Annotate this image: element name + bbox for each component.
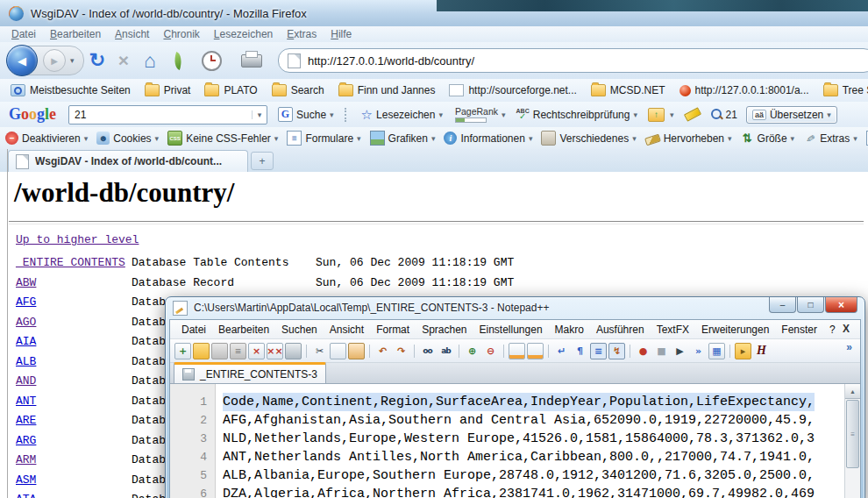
google-bookmarks-button[interactable]: ☆ Lesezeichen ▾: [361, 107, 443, 123]
toolbar-separator[interactable]: [369, 345, 370, 358]
indent-guide-icon[interactable]: ≡: [590, 343, 607, 359]
toolbar-separator[interactable]: [630, 345, 630, 358]
word-find-magnifier-icon[interactable]: [711, 109, 722, 120]
npp-menu-item[interactable]: Ausführen: [590, 323, 651, 337]
menu-item[interactable]: Extras: [281, 27, 323, 41]
close-all-icon[interactable]: ××: [267, 343, 283, 359]
bookmark-item[interactable]: Privat: [139, 82, 196, 98]
zoom-out-icon[interactable]: ⊖: [482, 343, 499, 359]
google-search-button[interactable]: G Suche ▾: [278, 107, 334, 122]
dropdown-icon[interactable]: ▾: [502, 110, 506, 119]
restore-button[interactable]: □: [797, 297, 824, 313]
entry-link[interactable]: AGO: [16, 316, 36, 329]
paste-icon[interactable]: [348, 343, 365, 359]
google-search-value[interactable]: 21: [69, 109, 252, 121]
bookmark-item[interactable]: Finn und Jannes: [333, 82, 441, 98]
toolbar-separator[interactable]: [548, 345, 549, 358]
stop-button[interactable]: ×: [110, 47, 137, 74]
npp-menu-item[interactable]: Bearbeiten: [212, 323, 275, 337]
show-all-characters-icon[interactable]: ¶: [572, 343, 588, 359]
search-history-dropdown-icon[interactable]: ▾: [252, 110, 267, 119]
redo-icon[interactable]: ↷: [393, 343, 409, 359]
entry-link[interactable]: AIA: [16, 335, 36, 348]
menu-item[interactable]: Lesezeichen: [208, 27, 279, 41]
scrollbar-thumb[interactable]: ≡: [846, 400, 859, 468]
forward-button[interactable]: ▶: [43, 49, 66, 72]
npp-menu-close-icon[interactable]: X: [843, 323, 853, 335]
url-bar[interactable]: http://127.0.0.1/world-db/country/: [278, 48, 868, 73]
entry-link[interactable]: ASM: [16, 473, 36, 487]
toolbar-separator[interactable]: [306, 345, 307, 358]
toolbar-separator[interactable]: [414, 345, 415, 358]
bookmark-item[interactable]: MCSD.NET: [586, 82, 671, 98]
new-tab-button[interactable]: +: [251, 152, 274, 170]
toolbar-overflow-chevron-icon[interactable]: »: [846, 341, 855, 353]
spellcheck-button[interactable]: Rechtschreibprüfung ▾: [533, 109, 637, 121]
vertical-scrollbar[interactable]: ▲ ≡: [844, 384, 860, 498]
npp-menu-item[interactable]: Fenster: [775, 323, 823, 337]
entry-link[interactable]: ABW: [16, 276, 36, 289]
menu-item[interactable]: Chronik: [157, 27, 205, 41]
toolbar-separator[interactable]: [503, 345, 504, 358]
close-file-icon[interactable]: ×: [248, 343, 265, 359]
menu-item[interactable]: Bearbeiten: [44, 27, 107, 41]
entry-link[interactable]: AFG: [16, 295, 36, 309]
highlighter-icon[interactable]: [683, 107, 701, 121]
textfx-h-icon[interactable]: H: [753, 343, 770, 359]
menu-item[interactable]: Ansicht: [109, 27, 155, 41]
notepad-plus-plus-window[interactable]: C:\Users\Martin\AppData\Local\Temp\_ENTI…: [165, 296, 865, 498]
reload-button[interactable]: ↻: [84, 47, 110, 74]
zoom-in-icon[interactable]: ⊕: [464, 343, 480, 359]
webdev-menu-item[interactable]: Keine CSS-Fehler ▾: [167, 131, 278, 146]
send-to-icon[interactable]: ↑: [648, 108, 665, 122]
menu-item[interactable]: Datei: [5, 27, 42, 41]
scroll-up-arrow-icon[interactable]: ▲: [845, 384, 860, 399]
sync-horizontal-icon[interactable]: [527, 343, 544, 359]
bookmark-item[interactable]: Meistbesuchte Seiten: [5, 82, 136, 98]
npp-editor[interactable]: 123456 Code,Name,Continent,Region,Surfac…: [170, 383, 860, 498]
sync-vertical-icon[interactable]: [509, 343, 525, 359]
entry-link[interactable]: ANT: [16, 395, 36, 408]
back-button[interactable]: ◀: [6, 45, 38, 76]
npp-titlebar[interactable]: C:\Users\Martin\AppData\Local\Temp\_ENTI…: [166, 297, 864, 318]
replace-icon[interactable]: ab: [438, 343, 454, 359]
undo-icon[interactable]: ↶: [374, 343, 391, 359]
npp-menu-item[interactable]: Einstellungen: [473, 323, 549, 337]
copy-icon[interactable]: [330, 343, 346, 359]
npp-menu-item[interactable]: Sprachen: [416, 323, 473, 337]
webdev-menu-item[interactable]: Größe ▾: [741, 132, 795, 145]
save-all-icon[interactable]: ≡: [230, 343, 246, 359]
history-dropdown-icon[interactable]: ▾: [70, 56, 75, 65]
bookmark-item[interactable]: http://127.0.0.1:8001/a...: [674, 82, 815, 98]
minimize-button[interactable]: –: [769, 297, 796, 313]
entry-link[interactable]: ARM: [16, 453, 36, 466]
entry-link[interactable]: AND: [16, 374, 36, 388]
find-icon[interactable]: oo: [419, 343, 436, 359]
bookmark-item[interactable]: http://sourceforge.net...: [444, 82, 581, 98]
toolbar-separator[interactable]: [729, 345, 730, 358]
entry-link[interactable]: ATA: [16, 493, 36, 498]
toolbar-separator[interactable]: [459, 345, 459, 358]
entry-link[interactable]: ARE: [16, 414, 36, 427]
stop-macro-icon[interactable]: ■: [653, 343, 670, 359]
url-text[interactable]: http://127.0.0.1/world-db/country/: [308, 54, 474, 68]
npp-menu-item[interactable]: ?: [823, 323, 842, 337]
npp-menu-item[interactable]: TextFX: [651, 323, 695, 337]
webdev-menu-item[interactable]: Formulare ▾: [287, 131, 360, 146]
google-search-input[interactable]: 21 ▾: [68, 105, 267, 125]
editor-text[interactable]: Code,Name,Continent,Region,SurfaceArea,I…: [223, 393, 844, 498]
play-macro-icon[interactable]: ▶: [672, 343, 688, 359]
entry-link[interactable]: _ENTIRE_CONTENTS: [16, 256, 125, 269]
new-file-icon[interactable]: +: [174, 343, 191, 359]
record-macro-icon[interactable]: ●: [635, 343, 651, 359]
translate-button[interactable]: aä Übersetzen ▾: [746, 106, 837, 124]
launch-icon[interactable]: ▸: [735, 343, 751, 359]
webdev-menu-item[interactable]: Cookies ▾: [96, 132, 159, 145]
bookmark-item[interactable]: PLATO: [199, 82, 262, 98]
webdev-menu-item[interactable]: Hervorheben ▾: [645, 132, 732, 145]
webdev-menu-item[interactable]: Deaktivieren ▾: [5, 132, 88, 145]
close-button[interactable]: ×: [825, 297, 857, 313]
npp-menu-item[interactable]: Ansicht: [324, 323, 370, 337]
webdev-menu-item[interactable]: Extras ▾: [803, 132, 857, 145]
npp-menu-item[interactable]: Datei: [175, 323, 212, 337]
